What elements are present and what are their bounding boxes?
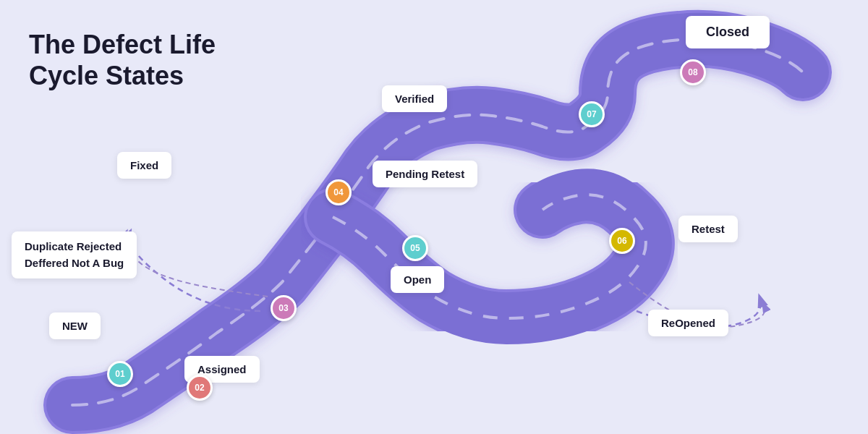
step-05: 05 xyxy=(402,235,428,261)
title-line2: Cycle States xyxy=(29,61,184,90)
step-04: 04 xyxy=(326,179,352,205)
title-line1: The Defect Life xyxy=(29,30,216,59)
page-title: The Defect Life Cycle States xyxy=(29,29,216,91)
step-08: 08 xyxy=(680,59,706,85)
step-03: 03 xyxy=(271,295,297,321)
label-pending-retest: Pending Retest xyxy=(373,161,477,187)
step-01: 01 xyxy=(107,361,133,387)
label-new: NEW xyxy=(49,312,101,339)
label-verified: Verified xyxy=(382,85,447,112)
label-fixed: Fixed xyxy=(117,152,171,179)
label-retest: Retest xyxy=(678,216,738,242)
step-02: 02 xyxy=(187,375,213,401)
step-06: 06 xyxy=(609,228,635,254)
label-duplicate: Duplicate RejectedDeffered Not A Bug xyxy=(12,231,137,278)
step-07: 07 xyxy=(579,101,605,127)
label-closed: Closed xyxy=(686,16,770,48)
label-reopened: ReOpened xyxy=(648,310,728,336)
main-container: The Defect Life Cycle States xyxy=(0,0,868,434)
label-open: Open xyxy=(391,266,444,293)
